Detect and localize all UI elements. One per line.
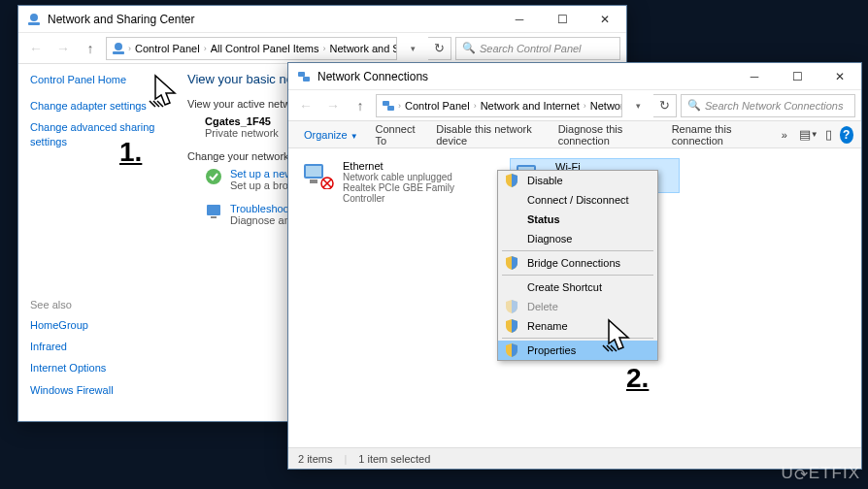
dropdown-button[interactable]: ▾	[401, 37, 424, 60]
maximize-button[interactable]: ☐	[541, 6, 584, 33]
ctx-rename[interactable]: Rename	[498, 316, 657, 336]
svg-rect-13	[310, 179, 317, 183]
window-title: Network and Sharing Center	[48, 13, 498, 26]
watermark: U⟳ETFIX	[782, 463, 860, 483]
maximize-button[interactable]: ☐	[776, 63, 818, 90]
connection-device: Realtek PCIe GBE Family Controller	[343, 182, 490, 204]
toolbar: Organize▼ Connect To Disable this networ…	[288, 121, 861, 148]
homegroup-link[interactable]: HomeGroup	[30, 318, 162, 332]
search-icon: 🔍	[462, 42, 476, 54]
minimize-button[interactable]: ─	[733, 63, 776, 90]
breadcrumb-segment[interactable]: Control Panel	[403, 100, 472, 112]
ethernet-item[interactable]: Ethernet Network cable unplugged Realtek…	[298, 158, 492, 206]
infrared-link[interactable]: Infrared	[30, 340, 162, 353]
breadcrumb-segment[interactable]: Network and Sharing Center	[328, 43, 397, 54]
search-input[interactable]: 🔍 Search Network Connections	[681, 94, 855, 117]
svg-rect-1	[28, 22, 40, 25]
status-bar: 2 items | 1 item selected	[288, 447, 861, 469]
help-button[interactable]: ?	[840, 126, 854, 144]
svg-rect-12	[306, 166, 321, 177]
connection-status: Network cable unplugged	[343, 172, 490, 182]
window-title: Network Connections	[317, 70, 733, 83]
search-icon: 🔍	[687, 99, 701, 112]
ctx-delete: Delete	[498, 297, 657, 316]
item-count: 2 items	[298, 453, 332, 465]
network-connections-icon	[381, 98, 396, 114]
selected-count: 1 item selected	[358, 453, 430, 465]
back-button[interactable]: ←	[24, 37, 48, 60]
windows-firewall-link[interactable]: Windows Firewall	[30, 383, 162, 397]
svg-rect-5	[207, 205, 220, 215]
ctx-bridge[interactable]: Bridge Connections	[498, 253, 657, 273]
network-center-icon	[111, 41, 126, 56]
svg-rect-10	[387, 106, 394, 111]
preview-pane-button[interactable]: ▯	[820, 124, 838, 146]
network-center-icon	[26, 12, 42, 27]
titlebar[interactable]: Network Connections ─ ☐ ✕	[288, 63, 861, 90]
step-1-label: 1.	[119, 137, 142, 168]
connect-to-button[interactable]: Connect To	[368, 119, 427, 150]
breadcrumb-segment[interactable]: Network Connections	[588, 100, 622, 112]
refresh-button[interactable]: ↻	[653, 94, 677, 117]
change-advanced-sharing-link[interactable]: Change advanced sharing settings	[30, 120, 162, 148]
diagnose-button[interactable]: Diagnose this connection	[551, 119, 662, 150]
svg-rect-6	[211, 216, 217, 218]
close-button[interactable]: ✕	[584, 6, 626, 33]
svg-point-2	[115, 43, 122, 50]
search-input[interactable]: 🔍 Search Control Panel	[455, 37, 620, 60]
address-bar: ← → ↑ › Control Panel › Network and Inte…	[288, 90, 861, 121]
ctx-properties[interactable]: Properties	[498, 341, 657, 360]
search-placeholder: Search Control Panel	[480, 43, 582, 54]
ctx-separator	[502, 275, 653, 276]
close-button[interactable]: ✕	[818, 63, 861, 90]
ctx-separator	[502, 338, 653, 339]
network-connections-icon	[296, 69, 312, 84]
more-button[interactable]: »	[774, 125, 795, 145]
rename-button[interactable]: Rename this connection	[664, 119, 772, 150]
organize-menu[interactable]: Organize▼	[296, 125, 366, 145]
breadcrumb-segment[interactable]: Control Panel	[133, 43, 202, 54]
up-button[interactable]: ↑	[349, 94, 372, 117]
svg-rect-8	[303, 77, 310, 82]
forward-button[interactable]: →	[321, 94, 345, 117]
ctx-separator	[502, 250, 653, 251]
svg-point-4	[206, 169, 221, 184]
breadcrumb-segment[interactable]: All Control Panel Items	[209, 43, 321, 54]
ctx-diagnose[interactable]: Diagnose	[498, 229, 657, 248]
sidebar: Control Panel Home Change adapter settin…	[18, 64, 174, 421]
ctx-status[interactable]: Status	[498, 210, 657, 229]
change-adapter-settings-link[interactable]: Change adapter settings	[30, 99, 162, 113]
ctx-disable[interactable]: Disable	[498, 171, 657, 190]
breadcrumb[interactable]: › Control Panel › All Control Panel Item…	[106, 37, 397, 60]
dropdown-button[interactable]: ▾	[626, 94, 650, 117]
svg-point-0	[30, 14, 38, 21]
disable-device-button[interactable]: Disable this network device	[428, 119, 548, 150]
address-bar: ← → ↑ › Control Panel › All Control Pane…	[18, 33, 626, 64]
svg-rect-3	[113, 51, 124, 54]
back-button[interactable]: ←	[294, 94, 317, 117]
minimize-button[interactable]: ─	[498, 6, 541, 33]
titlebar[interactable]: Network and Sharing Center ─ ☐ ✕	[18, 6, 626, 33]
setup-icon	[205, 168, 222, 185]
shield-icon	[506, 300, 517, 313]
see-also-header: See also	[30, 299, 162, 310]
connection-name: Ethernet	[343, 160, 490, 172]
troubleshoot-icon	[205, 203, 222, 220]
shield-icon	[506, 256, 517, 270]
ethernet-icon	[300, 160, 335, 189]
shield-icon	[506, 343, 517, 357]
breadcrumb-segment[interactable]: Network and Internet	[479, 100, 582, 112]
context-menu: Disable Connect / Disconnect Status Diag…	[497, 170, 658, 361]
step-2-label: 2.	[626, 363, 649, 394]
view-options-button[interactable]: ▤▼	[799, 124, 818, 146]
ctx-create-shortcut[interactable]: Create Shortcut	[498, 277, 657, 297]
refresh-button[interactable]: ↻	[428, 37, 451, 60]
breadcrumb[interactable]: › Control Panel › Network and Internet ›…	[376, 94, 622, 117]
ctx-connect-disconnect[interactable]: Connect / Disconnect	[498, 190, 657, 210]
shield-icon	[506, 319, 517, 333]
svg-rect-9	[383, 101, 389, 106]
internet-options-link[interactable]: Internet Options	[30, 361, 162, 375]
up-button[interactable]: ↑	[79, 37, 102, 60]
control-panel-home-link[interactable]: Control Panel Home	[30, 74, 162, 85]
forward-button[interactable]: →	[51, 37, 75, 60]
